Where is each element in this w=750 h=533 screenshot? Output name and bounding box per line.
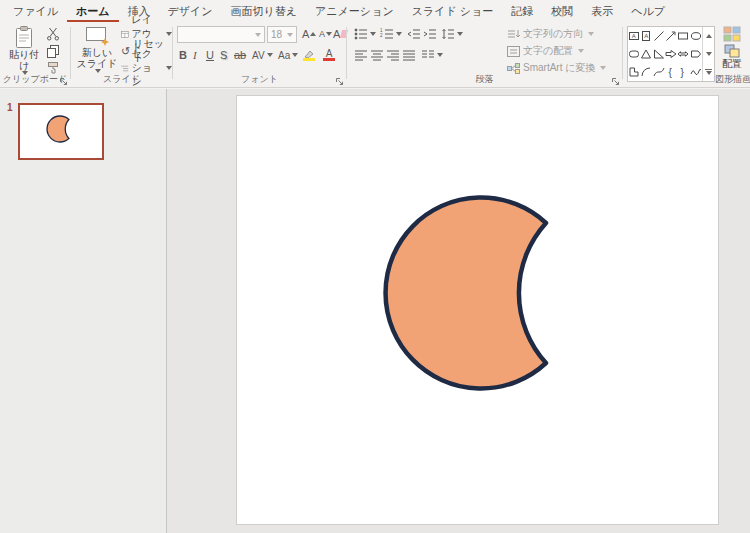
shape-arc[interactable] xyxy=(640,63,652,81)
slide-editor-area[interactable] xyxy=(167,89,750,533)
shape-curve[interactable] xyxy=(653,63,665,81)
highlight-color-swatch xyxy=(303,58,315,61)
svg-text:A: A xyxy=(645,33,649,39)
shape-text-box[interactable]: A xyxy=(628,27,640,45)
character-spacing-button[interactable]: AV xyxy=(250,47,275,63)
shape-rectangle[interactable] xyxy=(677,27,689,45)
group-label-paragraph: 段落 xyxy=(347,73,622,86)
increase-indent-button[interactable] xyxy=(421,26,439,42)
svg-text:{: { xyxy=(669,67,673,78)
underline-label: U xyxy=(206,49,214,61)
ribbon-tab[interactable]: スライド ショー xyxy=(403,0,503,22)
paragraph-dialog-launcher[interactable] xyxy=(611,76,621,86)
align-text-label: 文字の配置 xyxy=(523,44,573,58)
chevron-down-icon xyxy=(437,53,443,57)
chevron-down-icon xyxy=(396,32,402,36)
gallery-scroll-up-button[interactable] xyxy=(703,27,714,45)
arrange-label: 配置 xyxy=(722,58,742,69)
chevron-down-icon xyxy=(267,53,273,57)
slide-number: 1 xyxy=(7,102,13,113)
justify-button[interactable] xyxy=(400,47,418,63)
dialog-launcher-icon xyxy=(335,77,344,86)
paste-button[interactable]: 貼り付け xyxy=(5,25,43,75)
strikethrough-label: ab xyxy=(234,49,246,61)
align-right-icon xyxy=(386,49,400,61)
clipboard-dialog-launcher[interactable] xyxy=(59,76,69,86)
align-text-button[interactable]: 文字の配置 xyxy=(507,43,584,59)
bold-label: B xyxy=(179,49,187,61)
gallery-scroll-down-button[interactable] xyxy=(703,45,714,63)
columns-icon xyxy=(421,49,435,61)
copy-button[interactable] xyxy=(46,43,60,59)
text-direction-button[interactable]: 文字列の方向 xyxy=(507,26,594,42)
bold-button[interactable]: B xyxy=(177,47,189,63)
shape-right-brace[interactable]: } xyxy=(677,63,689,81)
slide-thumbnail-1[interactable] xyxy=(18,103,104,160)
change-case-button[interactable]: Aa xyxy=(276,47,300,63)
bullets-button[interactable] xyxy=(352,26,378,42)
font-name-combobox[interactable] xyxy=(177,26,265,43)
ribbon-tab[interactable]: ホーム xyxy=(67,0,119,22)
font-color-button[interactable]: A xyxy=(321,47,337,63)
cut-button[interactable] xyxy=(46,26,60,42)
ribbon-tab[interactable]: アニメーション xyxy=(306,0,403,22)
caret-up-icon xyxy=(706,34,712,38)
increase-font-size-icon: A xyxy=(302,28,309,40)
font-dialog-launcher[interactable] xyxy=(335,76,345,86)
ribbon-tab-bar: ファイル ホーム 挿入 デザイン 画面切り替え アニメーション スライド ショー… xyxy=(0,0,750,22)
italic-button[interactable]: I xyxy=(191,47,199,63)
slide-canvas[interactable] xyxy=(236,95,719,525)
smartart-icon xyxy=(507,63,520,74)
shape-home-plate[interactable] xyxy=(690,45,702,63)
align-text-icon xyxy=(507,46,520,57)
shape-oval[interactable] xyxy=(690,27,702,45)
font-size-combobox[interactable]: 18 xyxy=(267,26,297,43)
ribbon-tab[interactable]: 記録 xyxy=(502,0,542,22)
scissors-icon xyxy=(46,27,60,41)
ribbon-tab[interactable]: ヘルプ xyxy=(622,0,674,22)
dialog-launcher-icon xyxy=(59,77,68,86)
ribbon-tab-label: スライド ショー xyxy=(412,5,494,17)
strikethrough-button[interactable]: ab xyxy=(232,47,248,63)
numbering-button[interactable]: 12 xyxy=(378,26,404,42)
ribbon-tab[interactable]: デザイン xyxy=(159,0,222,22)
text-shadow-button[interactable]: S xyxy=(218,47,229,63)
more-bar-icon xyxy=(705,69,712,70)
powerpoint-window: ファイル ホーム 挿入 デザイン 画面切り替え アニメーション スライド ショー… xyxy=(0,0,750,533)
columns-button[interactable] xyxy=(419,47,445,63)
line-spacing-button[interactable] xyxy=(439,26,465,42)
ribbon-tab[interactable]: 校閲 xyxy=(542,0,582,22)
chevron-down-icon xyxy=(588,32,594,36)
shape-triangle[interactable] xyxy=(640,45,652,63)
font-size-value: 18 xyxy=(271,29,282,40)
shape-l-shape[interactable] xyxy=(628,63,640,81)
moon-shape[interactable] xyxy=(237,96,720,526)
group-label-drawing: 図形描画 xyxy=(693,73,750,86)
shape-left-brace[interactable]: { xyxy=(665,63,677,81)
ribbon-tab[interactable]: ファイル xyxy=(4,0,67,22)
quick-styles-button[interactable] xyxy=(721,26,743,42)
ribbon-tab[interactable]: 表示 xyxy=(582,0,622,22)
group-font: 18 A A A B I U S ab AV Aa A フォント xyxy=(173,22,346,88)
group-paragraph: 12 xyxy=(347,22,622,88)
underline-button[interactable]: U xyxy=(204,47,216,63)
ribbon-tab[interactable]: 画面切り替え xyxy=(222,0,307,22)
shape-vertical-text-box[interactable]: A xyxy=(640,27,652,45)
new-slide-label-2: スライド xyxy=(77,58,118,69)
group-clipboard: 貼り付け クリップボード xyxy=(0,22,70,88)
chevron-down-icon xyxy=(292,53,298,57)
reset-icon: ↺ xyxy=(121,45,130,58)
highlight-color-button[interactable] xyxy=(301,47,317,63)
new-slide-button[interactable]: 新しい スライド xyxy=(76,25,118,77)
shape-line[interactable] xyxy=(653,27,665,45)
shape-line-arrow[interactable] xyxy=(665,27,677,45)
dialog-launcher-icon xyxy=(611,77,620,86)
section-icon xyxy=(121,63,129,74)
text-direction-label: 文字列の方向 xyxy=(523,27,583,41)
shape-left-right-arrow[interactable] xyxy=(677,45,689,63)
ribbon: 貼り付け クリップボード 新しい xyxy=(0,22,750,88)
shape-right-triangle[interactable] xyxy=(653,45,665,63)
shape-rounded-rectangle[interactable] xyxy=(628,45,640,63)
shape-right-arrow[interactable] xyxy=(665,45,677,63)
increase-font-size-button[interactable]: A xyxy=(300,26,318,42)
